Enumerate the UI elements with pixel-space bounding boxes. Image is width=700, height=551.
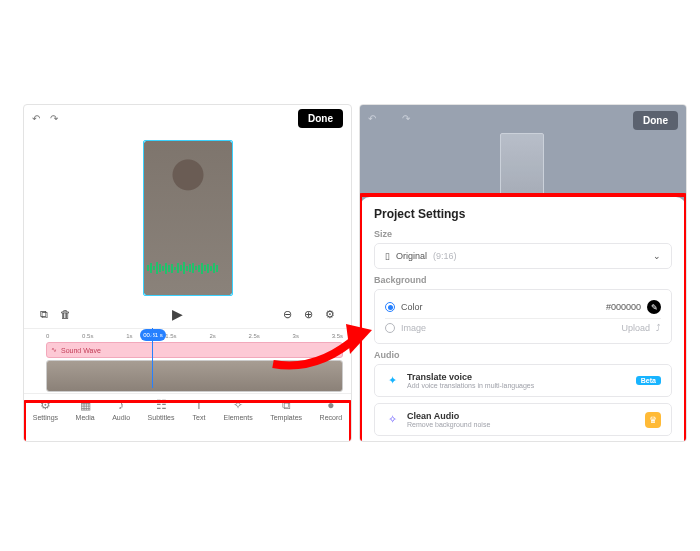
clean-subtitle: Remove background noise bbox=[407, 421, 637, 428]
section-label-size: Size bbox=[374, 229, 672, 239]
bg-image-label: Image bbox=[401, 323, 426, 333]
audio-waveform-overlay bbox=[144, 261, 232, 275]
tool-label: Settings bbox=[33, 414, 58, 421]
video-thumb-dimmed bbox=[500, 133, 544, 207]
tool-label: Media bbox=[76, 414, 95, 421]
sparkle-icon: ✧ bbox=[385, 413, 399, 427]
beta-badge: Beta bbox=[636, 376, 661, 385]
settings-panel: ↶ ↷ Done Project Settings Size ▯ Origina… bbox=[359, 104, 687, 442]
sheet-title: Project Settings bbox=[374, 207, 672, 221]
playhead[interactable]: 00.81 s bbox=[140, 329, 166, 341]
undo-icon[interactable]: ↶ bbox=[32, 113, 40, 124]
ruler-tick: 1s bbox=[126, 333, 132, 339]
tool-label: Templates bbox=[270, 414, 302, 421]
premium-badge-icon: ♛ bbox=[645, 412, 661, 428]
record-icon: ● bbox=[324, 398, 338, 412]
audio-icon: ♪ bbox=[114, 398, 128, 412]
text-icon: T bbox=[192, 398, 206, 412]
audio-translate-voice[interactable]: ✦ Translate voice Add voice translations… bbox=[374, 364, 672, 397]
editor-panel: ↶ ↷ Done ⧉ 🗑 bbox=[23, 104, 352, 442]
redo-icon: ↷ bbox=[402, 113, 410, 124]
video-clip[interactable] bbox=[143, 140, 233, 296]
top-toolbar: ↶ ↷ Done bbox=[24, 105, 351, 132]
ruler-tick: 3s bbox=[293, 333, 299, 339]
color-picker-icon[interactable]: ✎ bbox=[647, 300, 661, 314]
bottom-toolbar: ⚙Settings ▦Media ♪Audio ☷Subtitles TText… bbox=[24, 393, 351, 423]
translate-title: Translate voice bbox=[407, 372, 628, 382]
canvas-area bbox=[24, 132, 351, 300]
elements-icon: ✧ bbox=[231, 398, 245, 412]
done-button-dimmed: Done bbox=[633, 111, 678, 130]
radio-image[interactable] bbox=[385, 323, 395, 333]
redo-icon[interactable]: ↷ bbox=[50, 113, 58, 124]
done-button[interactable]: Done bbox=[298, 109, 343, 128]
section-label-background: Background bbox=[374, 275, 672, 285]
trash-icon[interactable]: 🗑 bbox=[60, 308, 71, 320]
tool-templates[interactable]: ⧉Templates bbox=[270, 398, 302, 421]
wave-icon: ∿ bbox=[51, 346, 57, 354]
background-selector: Color #000000 ✎ Image Upload ⤴ bbox=[374, 289, 672, 344]
templates-icon: ⧉ bbox=[279, 398, 293, 412]
tool-audio[interactable]: ♪Audio bbox=[112, 398, 130, 421]
ruler-tick: 1.5s bbox=[165, 333, 176, 339]
tool-label: Audio bbox=[112, 414, 130, 421]
tool-text[interactable]: TText bbox=[192, 398, 206, 421]
tool-media[interactable]: ▦Media bbox=[76, 398, 95, 421]
chevron-down-icon: ⌄ bbox=[653, 251, 661, 261]
ruler-tick: 0.5s bbox=[82, 333, 93, 339]
ruler-tick: 0 bbox=[46, 333, 49, 339]
phone-icon: ▯ bbox=[385, 251, 390, 261]
zoom-in-icon[interactable]: ⊕ bbox=[304, 308, 313, 321]
size-value: Original bbox=[396, 251, 427, 261]
bg-color-value: #000000 bbox=[606, 302, 641, 312]
play-icon[interactable]: ▶ bbox=[172, 306, 183, 322]
tool-subtitles[interactable]: ☷Subtitles bbox=[148, 398, 175, 421]
tool-label: Record bbox=[320, 414, 343, 421]
radio-color[interactable] bbox=[385, 302, 395, 312]
duplicate-icon[interactable]: ⧉ bbox=[40, 308, 48, 321]
tool-label: Elements bbox=[223, 414, 252, 421]
zoom-out-icon[interactable]: ⊖ bbox=[283, 308, 292, 321]
playback-controls: ⧉ 🗑 ▶ ⊖ ⊕ ⚙ bbox=[24, 300, 351, 328]
undo-icon: ↶ bbox=[368, 113, 376, 124]
media-icon: ▦ bbox=[78, 398, 92, 412]
translate-icon: ✦ bbox=[385, 374, 399, 388]
project-settings-sheet: Project Settings Size ▯ Original (9:16) … bbox=[360, 197, 686, 441]
ruler-tick: 2.5s bbox=[248, 333, 259, 339]
tool-settings[interactable]: ⚙Settings bbox=[33, 398, 58, 421]
video-track[interactable] bbox=[46, 360, 343, 392]
bg-color-label: Color bbox=[401, 302, 423, 312]
size-select[interactable]: ▯ Original (9:16) ⌄ bbox=[374, 243, 672, 269]
audio-clean-audio[interactable]: ✧ Clean Audio Remove background noise ♛ bbox=[374, 403, 672, 436]
ruler-tick: 3.5s bbox=[332, 333, 343, 339]
tool-record[interactable]: ●Record bbox=[320, 398, 343, 421]
sound-wave-track[interactable]: ∿ Sound Wave bbox=[46, 342, 343, 358]
tool-label: Text bbox=[193, 414, 206, 421]
tool-elements[interactable]: ✧Elements bbox=[223, 398, 252, 421]
ruler-tick: 2s bbox=[209, 333, 215, 339]
bg-image-action[interactable]: Upload bbox=[621, 323, 650, 333]
upload-icon: ⤴ bbox=[656, 323, 661, 333]
subtitles-icon: ☷ bbox=[154, 398, 168, 412]
sound-wave-label: Sound Wave bbox=[61, 347, 101, 354]
clean-title: Clean Audio bbox=[407, 411, 637, 421]
gear-icon: ⚙ bbox=[38, 398, 52, 412]
size-ratio: (9:16) bbox=[433, 251, 457, 261]
translate-subtitle: Add voice translations in multi-language… bbox=[407, 382, 628, 389]
section-label-audio: Audio bbox=[374, 350, 672, 360]
settings-gear-icon[interactable]: ⚙ bbox=[325, 308, 335, 321]
timeline-ruler[interactable]: 0 0.5s 1s 1.5s 2s 2.5s 3s 3.5s 00.81 s bbox=[24, 328, 351, 342]
tool-label: Subtitles bbox=[148, 414, 175, 421]
